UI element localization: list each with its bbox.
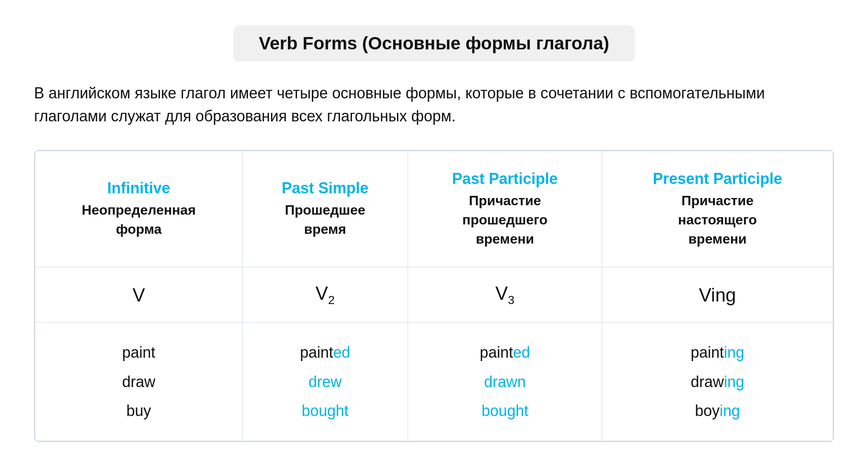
example-painting-prp: painting	[612, 338, 822, 367]
examples-cell-infinitive: paint draw buy	[35, 323, 243, 441]
formula-cell-v1: V	[35, 267, 243, 323]
col-en-present-participle: Present Participle	[612, 170, 822, 188]
header-cell-past-simple: Past Simple Прошедшеевремя	[243, 151, 408, 267]
page-title-badge: Verb Forms (Основные формы глагола)	[233, 26, 635, 61]
example-paint-inf: paint	[46, 338, 232, 367]
examples-cell-past-simple: painted drew bought	[243, 323, 408, 441]
example-painted-pp: painted	[418, 338, 591, 367]
table-formula-row: V V2 V3 Ving	[35, 267, 833, 323]
table-examples-row: paint draw buy painted drew bought paint…	[35, 323, 833, 441]
example-bought-pp: bought	[418, 396, 591, 425]
col-ru-past-participle: Причастиепрошедшеговремени	[418, 191, 591, 248]
header-cell-present-participle: Present Participle Причастиенастоящеговр…	[602, 151, 833, 267]
formula-cell-v3: V3	[408, 267, 602, 323]
col-en-past-simple: Past Simple	[253, 179, 397, 197]
examples-cell-present-participle: painting drawing boying	[602, 323, 833, 441]
col-ru-past-simple: Прошедшеевремя	[253, 201, 397, 239]
col-en-past-participle: Past Participle	[418, 170, 591, 188]
example-drew-ps: drew	[253, 367, 397, 396]
table-header-row: Infinitive Неопределеннаяформа Past Simp…	[35, 151, 833, 267]
col-ru-infinitive: Неопределеннаяформа	[46, 201, 232, 239]
example-draw-inf: draw	[46, 367, 232, 396]
header-cell-infinitive: Infinitive Неопределеннаяформа	[35, 151, 243, 267]
example-drawing-prp: drawing	[612, 367, 822, 396]
header-cell-past-participle: Past Participle Причастиепрошедшеговреме…	[408, 151, 602, 267]
example-drawn-pp: drawn	[418, 367, 591, 396]
col-en-infinitive: Infinitive	[46, 179, 232, 197]
verb-forms-table: Infinitive Неопределеннаяформа Past Simp…	[34, 150, 834, 442]
example-painted-ps: painted	[253, 338, 397, 367]
example-boying-prp: boying	[612, 396, 822, 425]
examples-cell-past-participle: painted drawn bought	[408, 323, 602, 441]
formula-cell-ving: Ving	[602, 267, 833, 323]
example-bought-ps: bought	[253, 396, 397, 425]
formula-cell-v2: V2	[243, 267, 408, 323]
example-buy-inf: buy	[46, 396, 232, 425]
col-ru-present-participle: Причастиенастоящеговремени	[612, 191, 822, 248]
page-description: В английском языке глагол имеет четыре о…	[34, 82, 834, 128]
page-title: Verb Forms (Основные формы глагола)	[259, 33, 609, 53]
